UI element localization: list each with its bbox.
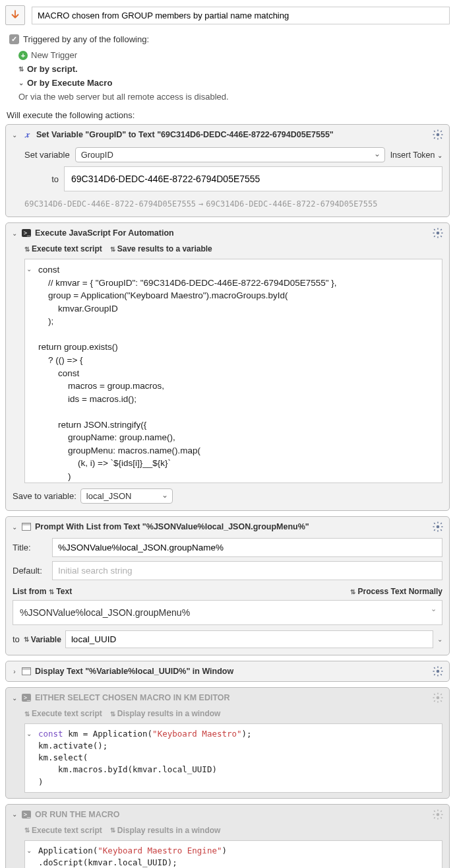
svg-point-1 <box>437 232 440 235</box>
new-trigger-label: New Trigger <box>31 50 77 60</box>
sort-icon: ⇅ <box>18 65 24 73</box>
add-icon: + <box>18 51 28 60</box>
prompt-default-input[interactable] <box>52 561 442 580</box>
to-label: to <box>24 174 59 184</box>
script-text[interactable]: const km = Application("Keyboard Maestro… <box>38 724 442 792</box>
action-title: Prompt With List from Text "%JSONValue%l… <box>35 522 428 531</box>
action-run-macro-disabled: ⌄ >_ OR RUN THE MACRO ⇅Execute text scri… <box>5 804 450 868</box>
trigger-any-checkbox[interactable] <box>9 34 19 44</box>
disclosure-toggle[interactable]: ⌄ <box>11 131 18 139</box>
action-set-variable: ⌄ 𝑥 Set Variable "GroupID" to Text "69C3… <box>5 124 450 217</box>
gear-icon[interactable] <box>432 809 444 820</box>
or-by-execute-label: Or by Execute Macro <box>27 78 112 88</box>
default-label: Default: <box>13 566 47 576</box>
terminal-icon: >_ <box>22 811 31 818</box>
action-prompt-with-list: ⌄ Prompt With List from Text "%JSONValue… <box>5 516 450 655</box>
disclosure-toggle[interactable]: ⌄ <box>11 230 18 237</box>
list-from-mode-select[interactable]: ⇅Text <box>49 587 72 596</box>
chevron-down-icon: ⌄ <box>18 79 24 86</box>
action-select-macro-disabled: ⌄ >_ EITHER SELECT CHOSEN MACRO IN KM ED… <box>5 687 450 799</box>
to-label: to <box>13 634 20 644</box>
or-by-execute-row[interactable]: ⌄ Or by Execute Macro <box>9 76 446 90</box>
gear-icon[interactable] <box>432 665 444 677</box>
terminal-icon: >_ <box>22 694 31 702</box>
save-to-variable-select[interactable]: local_JSON <box>80 488 173 504</box>
insert-token-button[interactable]: Insert Token ⌄ <box>390 150 442 160</box>
action-title: Execute JavaScript For Automation <box>35 228 428 238</box>
action-title: OR RUN THE MACRO <box>35 810 428 819</box>
webserver-note: Or via the web server but all remote acc… <box>9 90 446 104</box>
variable-icon: 𝑥 <box>22 129 32 140</box>
window-icon <box>22 667 31 675</box>
list-from-label: List from <box>13 587 46 596</box>
value-preview: 69C314D6-DEDC-446E-8722-6794D05E7555→69C… <box>24 195 442 210</box>
action-title: Display Text "%Variable%local_UUID%" in … <box>35 667 428 676</box>
gear-icon[interactable] <box>432 129 444 141</box>
code-fold-toggle[interactable]: ⌄ <box>26 847 32 854</box>
svg-point-4 <box>437 696 440 700</box>
gear-icon[interactable] <box>432 227 444 239</box>
execute-mode-select[interactable]: ⇅Execute text script <box>24 709 102 718</box>
code-fold-toggle[interactable]: ⌄ <box>26 265 32 273</box>
chevron-down-icon: ⌄ <box>431 605 437 613</box>
gear-icon[interactable] <box>432 521 444 533</box>
disclosure-toggle[interactable]: ⌄ <box>11 694 18 702</box>
or-by-script-row[interactable]: ⇅ Or by script. <box>9 62 446 76</box>
script-text[interactable]: const // kmvar = { "GroupID": "69C314D6-… <box>38 259 442 483</box>
results-mode-select[interactable]: ⇅Display results in a window <box>110 709 221 718</box>
title-label: Title: <box>13 543 47 552</box>
process-mode-select[interactable]: ⇅Process Text Normally <box>350 587 442 596</box>
list-text-input[interactable]: %JSONValue%local_JSON.groupMenu% ⌄ <box>13 600 442 625</box>
macro-name-input[interactable] <box>32 7 450 24</box>
svg-point-0 <box>437 133 440 137</box>
svg-point-5 <box>437 813 440 816</box>
action-display-text: › Display Text "%Variable%local_UUID%" i… <box>5 661 450 682</box>
disclosure-toggle[interactable]: ⌄ <box>11 523 18 531</box>
action-execute-jxa: ⌄ >_ Execute JavaScript For Automation ⇅… <box>5 222 450 511</box>
code-fold-toggle[interactable]: ⌄ <box>26 730 32 737</box>
terminal-icon: >_ <box>22 229 31 237</box>
execute-mode-select[interactable]: ⇅Execute text script <box>24 826 102 835</box>
gear-icon[interactable] <box>432 692 444 704</box>
variable-name-select[interactable]: GroupID <box>75 147 385 162</box>
disclosure-toggle[interactable]: › <box>11 668 18 675</box>
execute-mode-select[interactable]: ⇅Execute text script <box>24 244 102 253</box>
run-button[interactable] <box>5 5 25 25</box>
disclosure-toggle[interactable]: ⌄ <box>11 811 18 818</box>
results-mode-select[interactable]: ⇅Display results in a window <box>110 826 221 835</box>
results-mode-select[interactable]: ⇅Save results to a variable <box>110 244 212 253</box>
actions-section-label: Will execute the following actions: <box>5 106 450 124</box>
new-trigger-row[interactable]: + New Trigger <box>9 48 446 62</box>
svg-point-3 <box>437 670 440 673</box>
svg-point-2 <box>437 525 440 529</box>
chevron-down-icon[interactable]: ⌄ <box>437 636 442 643</box>
window-icon <box>22 523 31 531</box>
to-mode-select[interactable]: ⇅Variable <box>24 635 61 644</box>
script-text[interactable]: Application("Keyboard Maestro Engine") .… <box>38 841 442 868</box>
save-to-label: Save to variable: <box>13 491 76 501</box>
trigger-any-label: Triggered by any of the following: <box>23 34 149 44</box>
variable-value-input[interactable] <box>64 166 442 191</box>
action-title: Set Variable "GroupID" to Text "69C314D6… <box>36 130 428 139</box>
set-variable-label: Set variable <box>24 150 70 160</box>
prompt-title-input[interactable] <box>52 538 442 557</box>
or-by-script-label: Or by script. <box>27 64 78 74</box>
to-variable-input[interactable] <box>65 630 433 648</box>
action-title: EITHER SELECT CHOSEN MACRO IN KM EDITOR <box>35 693 428 702</box>
